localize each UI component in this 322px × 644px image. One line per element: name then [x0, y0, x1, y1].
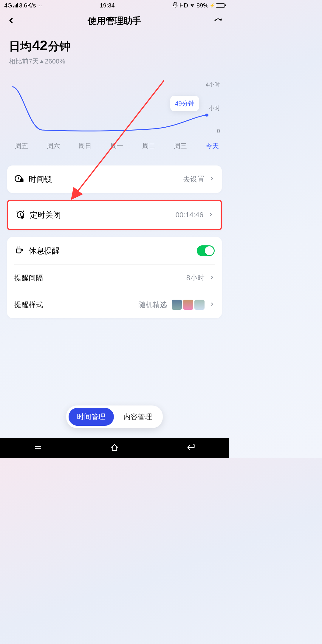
- x-tick[interactable]: 周日: [78, 142, 92, 151]
- chart[interactable]: 4小时 小时 0 49分钟 周五 周六 周日 周一 周二 周三 今天: [0, 69, 229, 154]
- x-axis: 周五 周六 周日 周一 周二 周三 今天: [9, 142, 220, 151]
- y-axis: 4小时 小时 0: [205, 81, 220, 134]
- scheduled-close-value: 00:14:46: [176, 211, 203, 219]
- thumb-3: [194, 300, 205, 310]
- interval-row[interactable]: 提醒间隔 8小时: [7, 265, 222, 291]
- x-tick[interactable]: 周三: [174, 142, 187, 151]
- time-lock-label: 时间锁: [29, 174, 178, 185]
- tab-time-mgmt[interactable]: 时间管理: [69, 408, 114, 426]
- hd-label: HD: [179, 2, 188, 9]
- chart-tooltip: 49分钟: [170, 96, 199, 111]
- battery-icon: [216, 3, 225, 8]
- y-tick: 小时: [205, 104, 220, 112]
- compare: 相比前7天 2600%: [9, 57, 220, 66]
- status-right: HD 89% ⚡: [172, 2, 225, 9]
- interval-label: 提醒间隔: [14, 273, 182, 283]
- status-time: 19:34: [100, 2, 115, 9]
- avg-prefix: 日均: [9, 39, 32, 54]
- thumb-2: [183, 300, 193, 310]
- status-dots: ···: [37, 2, 42, 9]
- avg-value: 42: [32, 37, 47, 53]
- rest-reminder-card: 休息提醒 提醒间隔 8小时 提醒样式 随机精选: [7, 237, 222, 318]
- svg-rect-2: [20, 179, 23, 182]
- tab-content-mgmt[interactable]: 内容管理: [115, 408, 160, 426]
- back-button[interactable]: [7, 16, 16, 26]
- alarm-icon: [16, 210, 25, 220]
- tab-pill: 时间管理 内容管理: [66, 405, 163, 428]
- compare-value: 2600%: [45, 58, 65, 65]
- nav-back-button[interactable]: [186, 443, 195, 453]
- nav-recent-button[interactable]: [34, 443, 43, 453]
- status-bar: 4G 3.6K/s ··· 19:34 HD 89% ⚡: [0, 0, 229, 11]
- time-lock-card[interactable]: 时间锁 去设置: [7, 165, 222, 193]
- cup-icon: [14, 245, 24, 256]
- style-thumbs: [172, 300, 205, 310]
- network-type: 4G: [4, 2, 12, 9]
- x-tick[interactable]: 周一: [110, 142, 123, 151]
- thumb-1: [172, 300, 182, 310]
- rest-reminder-toggle[interactable]: [197, 245, 215, 256]
- compare-prefix: 相比前7天: [9, 57, 39, 66]
- battery-pct: 89%: [196, 2, 208, 9]
- x-tick[interactable]: 周五: [15, 142, 28, 151]
- share-button[interactable]: [213, 16, 222, 26]
- interval-value: 8小时: [186, 273, 205, 283]
- rest-reminder-label: 休息提醒: [29, 246, 192, 256]
- chevron-right-icon: [209, 176, 215, 182]
- style-value: 随机精选: [138, 300, 167, 309]
- rest-reminder-row: 休息提醒: [7, 237, 222, 264]
- charging-icon: ⚡: [210, 3, 215, 8]
- y-tick: 4小时: [205, 81, 220, 89]
- signal-icon: [13, 3, 18, 7]
- x-tick[interactable]: 周六: [47, 142, 60, 151]
- avg-usage: 日均 42 分钟: [9, 37, 220, 54]
- scheduled-close-card[interactable]: 定时关闭 00:14:46: [7, 200, 222, 230]
- system-nav: [0, 438, 229, 458]
- chevron-right-icon: [209, 301, 215, 308]
- page-title: 使用管理助手: [88, 15, 141, 27]
- x-tick[interactable]: 周二: [142, 142, 155, 151]
- avg-unit: 分钟: [48, 39, 71, 54]
- arrow-up-icon: [40, 60, 44, 63]
- app-header: 使用管理助手: [0, 11, 229, 31]
- time-lock-value: 去设置: [183, 174, 205, 184]
- svg-point-4: [21, 216, 24, 218]
- settings-list: 时间锁 去设置 定时关闭 00:14:46 休息提醒: [0, 154, 229, 348]
- mute-icon: [172, 2, 178, 9]
- style-label: 提醒样式: [14, 300, 134, 309]
- timer-lock-icon: [14, 174, 24, 185]
- y-tick: 0: [205, 128, 220, 134]
- summary: 日均 42 分钟 相比前7天 2600%: [0, 31, 229, 69]
- chevron-right-icon: [208, 212, 213, 218]
- network-speed: 3.6K/s: [19, 2, 36, 9]
- style-row[interactable]: 提醒样式 随机精选: [7, 291, 222, 318]
- nav-home-button[interactable]: [110, 443, 119, 453]
- x-tick-active[interactable]: 今天: [206, 142, 219, 151]
- wifi-icon: [189, 2, 195, 9]
- status-left: 4G 3.6K/s ···: [4, 2, 42, 9]
- chevron-right-icon: [209, 275, 215, 281]
- scheduled-close-label: 定时关闭: [30, 210, 171, 220]
